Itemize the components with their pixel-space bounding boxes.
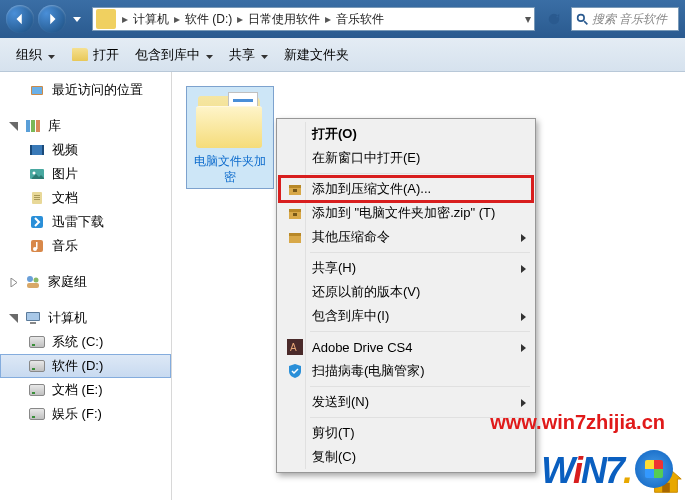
ctx-adobe-drive[interactable]: A Adobe Drive CS4: [280, 335, 532, 359]
svg-rect-15: [31, 216, 43, 228]
sidebar-item-documents[interactable]: 文档: [0, 186, 171, 210]
ctx-label: 扫描病毒(电脑管家): [312, 362, 425, 380]
shield-icon: [286, 362, 304, 380]
newfolder-label: 新建文件夹: [284, 46, 349, 64]
chevron-down-icon: [261, 47, 268, 62]
sidebar-item-pictures[interactable]: 图片: [0, 162, 171, 186]
share-button[interactable]: 共享: [221, 42, 276, 68]
sidebar-label: 文档: [52, 189, 78, 207]
svg-rect-3: [26, 120, 30, 132]
svg-rect-13: [34, 197, 40, 198]
video-icon: [28, 141, 46, 159]
drive-icon: [28, 333, 46, 351]
svg-rect-27: [293, 189, 297, 192]
submenu-arrow-icon: [521, 309, 526, 324]
ctx-separator: [310, 331, 530, 332]
sidebar-item-recent[interactable]: 最近访问的位置: [0, 78, 171, 102]
sidebar-label: 家庭组: [48, 273, 87, 291]
breadcrumb-sep[interactable]: ▸: [171, 12, 183, 26]
ctx-restore-previous[interactable]: 还原以前的版本(V): [280, 280, 532, 304]
ctx-label: 共享(H): [312, 259, 356, 277]
open-button[interactable]: 打开: [63, 42, 127, 68]
sidebar-item-xunlei[interactable]: 迅雷下载: [0, 210, 171, 234]
ctx-separator: [310, 252, 530, 253]
svg-rect-23: [27, 313, 39, 320]
svg-rect-4: [31, 120, 35, 132]
breadcrumb-computer[interactable]: 计算机: [131, 11, 171, 28]
sidebar-label: 系统 (C:): [52, 333, 103, 351]
breadcrumb-drive-d[interactable]: 软件 (D:): [183, 11, 234, 28]
include-library-button[interactable]: 包含到库中: [127, 42, 221, 68]
breadcrumb-sep[interactable]: ▸: [119, 12, 131, 26]
archive-icon: [286, 180, 304, 198]
archive-icon: [286, 204, 304, 222]
sidebar-item-libraries[interactable]: 库: [0, 114, 171, 138]
pictures-icon: [28, 165, 46, 183]
sidebar-item-computer[interactable]: 计算机: [0, 306, 171, 330]
computer-icon: [24, 309, 42, 327]
sidebar-label: 库: [48, 117, 61, 135]
search-input[interactable]: 搜索 音乐软件: [571, 7, 679, 31]
new-folder-button[interactable]: 新建文件夹: [276, 42, 357, 68]
open-icon: [71, 46, 89, 64]
navigation-sidebar: 最近访问的位置 库 视频 图片 文档 迅雷下载 音乐: [0, 72, 172, 500]
ctx-share[interactable]: 共享(H): [280, 256, 532, 280]
svg-rect-32: [289, 233, 301, 236]
sidebar-item-drive-f[interactable]: 娱乐 (F:): [0, 402, 171, 426]
share-label: 共享: [229, 46, 255, 64]
breadcrumb-sep[interactable]: ▸: [234, 12, 246, 26]
ctx-scan-virus[interactable]: 扫描病毒(电脑管家): [280, 359, 532, 383]
ctx-include-in-library[interactable]: 包含到库中(I): [280, 304, 532, 328]
address-dropdown[interactable]: ▾: [522, 12, 534, 26]
breadcrumb-music-software[interactable]: 音乐软件: [334, 11, 386, 28]
nav-history-dropdown[interactable]: [70, 5, 84, 33]
sidebar-item-drive-e[interactable]: 文档 (E:): [0, 378, 171, 402]
submenu-arrow-icon: [521, 261, 526, 276]
ctx-label: 在新窗口中打开(E): [312, 149, 420, 167]
sidebar-label: 软件 (D:): [52, 357, 103, 375]
ctx-open-new-window[interactable]: 在新窗口中打开(E): [280, 146, 532, 170]
submenu-arrow-icon: [521, 340, 526, 355]
collapse-icon[interactable]: [8, 313, 18, 323]
ctx-open[interactable]: 打开(O): [280, 122, 532, 146]
organize-button[interactable]: 组织: [8, 42, 63, 68]
ctx-other-compress[interactable]: 其他压缩命令: [280, 225, 532, 249]
ctx-separator: [310, 386, 530, 387]
ctx-label: 发送到(N): [312, 393, 369, 411]
refresh-button[interactable]: [543, 8, 565, 30]
svg-text:A: A: [290, 342, 297, 353]
svg-rect-14: [34, 199, 40, 200]
sidebar-item-videos[interactable]: 视频: [0, 138, 171, 162]
sidebar-item-drive-c[interactable]: 系统 (C:): [0, 330, 171, 354]
sidebar-label: 娱乐 (F:): [52, 405, 102, 423]
watermark-logo: WiN7.: [541, 450, 673, 492]
collapse-icon[interactable]: [8, 121, 18, 131]
recent-icon: [28, 81, 46, 99]
ctx-separator: [310, 173, 530, 174]
nav-forward-button[interactable]: [38, 5, 66, 33]
documents-icon: [28, 189, 46, 207]
svg-rect-24: [30, 322, 36, 324]
music-icon: [28, 237, 46, 255]
submenu-arrow-icon: [521, 395, 526, 410]
ctx-label: 剪切(T): [312, 424, 355, 442]
drive-icon: [28, 357, 46, 375]
ctx-copy[interactable]: 复制(C): [280, 445, 532, 469]
sidebar-item-music[interactable]: 音乐: [0, 234, 171, 258]
sidebar-item-homegroup[interactable]: 家庭组: [0, 270, 171, 294]
sidebar-item-drive-d[interactable]: 软件 (D:): [0, 354, 171, 378]
chevron-down-icon: [48, 47, 55, 62]
ctx-add-to-named-zip[interactable]: 添加到 "电脑文件夹加密.zip" (T): [280, 201, 532, 225]
submenu-arrow-icon: [521, 230, 526, 245]
svg-rect-26: [289, 185, 301, 188]
svg-rect-5: [36, 120, 40, 132]
address-bar[interactable]: ▸ 计算机 ▸ 软件 (D:) ▸ 日常使用软件 ▸ 音乐软件 ▾: [92, 7, 535, 31]
sidebar-label: 迅雷下载: [52, 213, 104, 231]
breadcrumb-daily-software[interactable]: 日常使用软件: [246, 11, 322, 28]
include-label: 包含到库中: [135, 46, 200, 64]
folder-item-encrypted[interactable]: 电脑文件夹加密: [186, 86, 274, 189]
breadcrumb-sep[interactable]: ▸: [322, 12, 334, 26]
expand-icon[interactable]: [8, 277, 18, 287]
nav-back-button[interactable]: [6, 5, 34, 33]
ctx-add-to-archive[interactable]: 添加到压缩文件(A)...: [280, 177, 532, 201]
